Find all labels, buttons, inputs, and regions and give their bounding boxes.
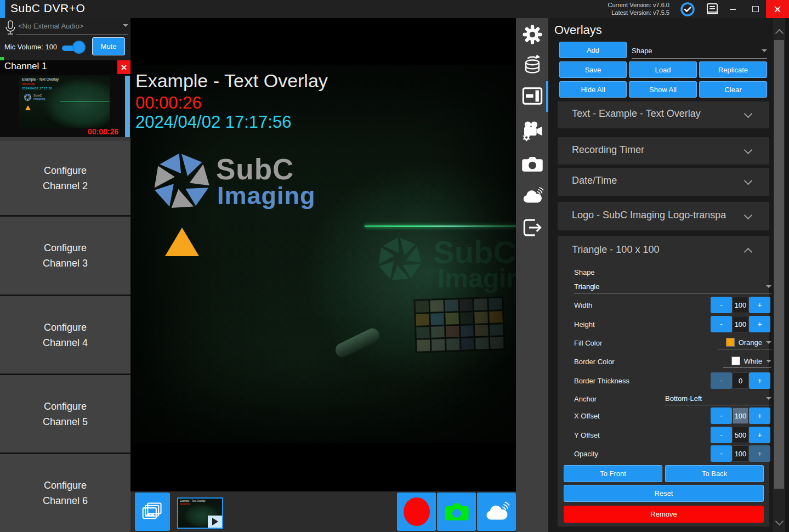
anchor-dropdown[interactable]: Bottom-Left (665, 392, 771, 405)
border-thickness-decrement-button[interactable]: - (711, 372, 732, 389)
y-offset-decrement-button[interactable]: - (711, 427, 732, 443)
camera-settings-icon[interactable] (521, 120, 543, 142)
audio-device-select[interactable]: <No External Audio> (18, 22, 83, 30)
channel1-header: Channel 1 (0, 60, 130, 75)
snapshot-settings-icon[interactable] (521, 153, 543, 175)
configure-channel-4[interactable]: Configure Channel 4 (0, 296, 130, 373)
scroll-up-arrow-icon[interactable] (775, 29, 784, 38)
mini-laser (60, 101, 109, 101)
section-text-overlay[interactable]: Text - Example - Text Overlay (558, 101, 769, 128)
configure-channel-6[interactable]: Configure Channel 6 (0, 454, 130, 532)
settings-gear-icon[interactable] (521, 24, 543, 46)
section-triangle-header[interactable]: Triangle - 100 x 100 (572, 244, 659, 256)
app-title: SubC DVR+O (10, 2, 85, 15)
current-version: Current Version: v7.6.0 (608, 1, 669, 9)
scroll-down-arrow-icon[interactable] (775, 517, 784, 526)
release-notes-icon[interactable] (706, 3, 719, 15)
height-stepper: - 100 + (711, 316, 770, 332)
mic-volume-label: Mic Volume: 100 (4, 43, 57, 51)
triangle-shape-overlay (165, 228, 199, 256)
load-overlays-button[interactable]: Load (629, 61, 697, 78)
cloud-upload-button[interactable] (477, 493, 516, 531)
overlays-panel-icon[interactable] (521, 85, 543, 107)
mute-button[interactable]: Mute (92, 37, 125, 55)
overlays-scrollbar[interactable] (773, 18, 785, 532)
replicate-overlays-button[interactable]: Replicate (699, 61, 767, 78)
to-front-button[interactable]: To Front (564, 465, 662, 482)
add-overlay-button[interactable]: Add (559, 42, 627, 58)
x-offset-increment-button[interactable]: + (749, 408, 770, 424)
save-overlays-button[interactable]: Save (559, 61, 627, 78)
update-check-icon[interactable] (680, 2, 695, 16)
y-offset-increment-button[interactable]: + (749, 427, 770, 443)
configure-channel-5[interactable]: Configure Channel 5 (0, 375, 130, 452)
height-value[interactable]: 100 (733, 316, 748, 332)
opacity-value[interactable]: 100 (733, 445, 748, 462)
fill-color-dropdown[interactable]: Orange (718, 336, 771, 349)
width-stepper: - 100 + (711, 297, 770, 313)
configure-channel-3[interactable]: Configure Channel 3 (0, 217, 130, 295)
x-offset-value[interactable]: 100 (733, 408, 748, 424)
height-decrement-button[interactable]: - (711, 316, 732, 332)
channel1-record-timer: 00:00:26 (88, 127, 118, 136)
scrollbar-thumb[interactable] (774, 40, 784, 489)
reset-button[interactable]: Reset (564, 485, 764, 502)
y-offset-value[interactable]: 500 (733, 427, 748, 443)
clear-overlays-button[interactable]: Clear (699, 81, 767, 98)
mic-volume-slider-knob[interactable] (72, 41, 86, 54)
snapshot-button[interactable] (437, 493, 476, 531)
export-exit-icon[interactable] (521, 217, 543, 239)
channel1-video-thumbnail[interactable]: Example - Text Overlay 00:00:26 2024/04/… (19, 76, 110, 128)
last-recording-thumbnail[interactable]: Example - Text Overlay 00:00:26 (177, 497, 223, 529)
window-right-edge (785, 18, 789, 532)
chevron-down-icon (766, 360, 771, 363)
configure-channel-2[interactable]: Configure Channel 2 (0, 141, 130, 215)
channel-list-scrollbar[interactable] (125, 76, 130, 137)
minimize-button[interactable] (722, 0, 743, 18)
border-thickness-increment-button[interactable]: + (749, 372, 770, 389)
channel1-close-button[interactable] (117, 60, 130, 74)
section-logo[interactable]: Logo - SubC Imaging Logo-transpa (558, 202, 769, 230)
shape-value-dropdown[interactable]: Triangle (574, 280, 771, 293)
opacity-increment-button[interactable]: + (749, 445, 770, 462)
logo-text-imaging: Imaging (217, 182, 316, 210)
chevron-down-icon (762, 49, 767, 52)
chevron-down-icon (744, 177, 753, 185)
channel-splitter[interactable] (0, 137, 130, 141)
video-control-bar: Example - Text Overlay 00:00:26 (130, 491, 516, 532)
section-recording-timer[interactable]: Recording Timer (558, 137, 769, 165)
video-viewport: SubC Imaging Example - Text Overlay 00:0… (130, 18, 516, 532)
latest-version: Latest Version: v7.5.5 (608, 9, 669, 16)
record-button[interactable] (397, 493, 436, 531)
snapshot-camera-icon (444, 502, 469, 522)
show-all-button[interactable]: Show All (629, 81, 697, 98)
storage-backup-icon[interactable] (521, 53, 543, 75)
hide-all-button[interactable]: Hide All (559, 81, 627, 98)
x-offset-decrement-button[interactable]: - (711, 408, 732, 424)
width-value[interactable]: 100 (733, 297, 748, 313)
record-icon (404, 497, 430, 526)
play-icon[interactable] (208, 516, 222, 528)
version-info: Current Version: v7.6.0 Latest Version: … (608, 1, 669, 16)
close-button[interactable] (766, 0, 789, 18)
remove-button[interactable]: Remove (564, 506, 764, 523)
title-bar: SubC DVR+O Current Version: v7.6.0 Lates… (0, 0, 789, 18)
maximize-button[interactable] (745, 0, 766, 18)
section-date-time[interactable]: Date/Time (558, 168, 769, 196)
width-increment-button[interactable]: + (749, 297, 770, 313)
cloud-settings-icon[interactable] (521, 185, 543, 207)
shape-type-dropdown[interactable]: Shape (632, 43, 767, 59)
width-decrement-button[interactable]: - (711, 297, 732, 313)
microphone-icon (4, 20, 16, 38)
video-datetime-overlay: 2024/04/02 17:17:56 (135, 112, 291, 132)
border-thickness-value[interactable]: 0 (733, 372, 748, 389)
to-back-button[interactable]: To Back (665, 465, 764, 482)
border-thickness-stepper: - 0 + (711, 372, 770, 389)
gallery-icon (142, 502, 163, 522)
border-color-dropdown[interactable]: White (723, 354, 771, 368)
chevron-down-icon (744, 211, 753, 220)
opacity-decrement-button[interactable]: - (711, 445, 732, 462)
media-gallery-button[interactable] (135, 493, 170, 531)
height-increment-button[interactable]: + (749, 316, 770, 332)
chevron-down-icon (744, 146, 753, 155)
